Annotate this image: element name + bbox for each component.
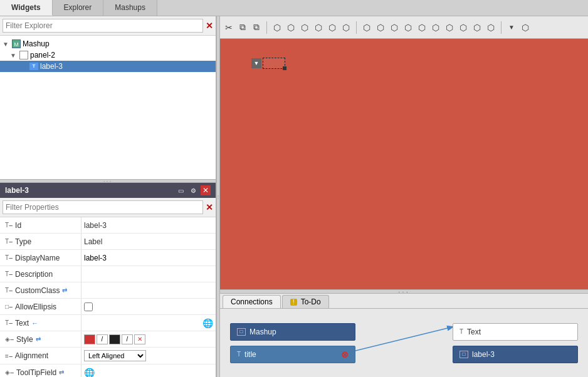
align-right-icon[interactable]: ⬡ bbox=[298, 21, 311, 34]
tooltipfield-link-icon[interactable]: ⇄ bbox=[59, 369, 64, 376]
prop-text-id: label-3 bbox=[84, 221, 107, 230]
prop-input-customclass[interactable] bbox=[84, 286, 213, 295]
conn-mashup-label: Mashup bbox=[249, 328, 276, 336]
properties-close-btn[interactable]: ✕ bbox=[201, 185, 211, 195]
conn-arrow-area bbox=[355, 318, 453, 368]
conn-node-title[interactable]: T title ⊗ bbox=[230, 346, 355, 363]
prop-name-tooltipfield: ◈‒ ToolTipField ⇄ bbox=[0, 364, 81, 377]
align-bottom-icon[interactable]: ⬡ bbox=[340, 21, 352, 34]
mashup-icon: M bbox=[12, 39, 21, 48]
paste-icon[interactable]: ⧉ bbox=[250, 21, 263, 34]
layout-icon-5[interactable]: ⬡ bbox=[416, 21, 428, 34]
connection-arrow-svg bbox=[355, 318, 453, 368]
style-btn-x[interactable]: ✕ bbox=[134, 334, 145, 344]
resize-handle-se[interactable] bbox=[283, 66, 286, 70]
tab-mashups[interactable]: Mashups bbox=[103, 0, 157, 16]
tree-toggle-panel[interactable]: ▼ bbox=[10, 52, 18, 59]
right-conn-box: T Text □ label-3 bbox=[453, 323, 578, 363]
prop-value-displayname[interactable] bbox=[81, 250, 216, 266]
conn-title-delete[interactable]: ⊗ bbox=[341, 349, 349, 359]
align-middle-icon[interactable]: ⬡ bbox=[326, 21, 339, 34]
tree-item-label3[interactable]: T label-3 bbox=[0, 61, 216, 72]
customclass-link-icon[interactable]: ⇄ bbox=[62, 287, 67, 294]
prop-value-description[interactable] bbox=[81, 266, 216, 282]
tab-todo[interactable]: ! To-Do bbox=[282, 295, 329, 308]
properties-panel: label-3 ▭ ⚙ ✕ ✕ T‒ Id bbox=[0, 183, 216, 377]
prop-value-style[interactable]: / / ✕ bbox=[81, 331, 216, 347]
prop-text-type: Label bbox=[84, 237, 102, 246]
properties-filter-clear[interactable]: ✕ bbox=[206, 202, 213, 212]
properties-filter-bar: ✕ bbox=[0, 198, 216, 217]
style-btn-slash2[interactable]: / bbox=[122, 334, 133, 344]
explorer-filter-clear[interactable]: ✕ bbox=[206, 21, 213, 31]
tab-explorer[interactable]: Explorer bbox=[53, 0, 104, 16]
layout-icon-6[interactable]: ⬡ bbox=[429, 21, 442, 34]
align-center-icon[interactable]: ⬡ bbox=[285, 21, 297, 34]
view-icon-2[interactable]: ⬡ bbox=[519, 21, 532, 34]
layout-icon-3[interactable]: ⬡ bbox=[388, 21, 401, 34]
properties-filter-input[interactable] bbox=[3, 200, 203, 214]
layout-icon-1[interactable]: ⬡ bbox=[360, 21, 373, 34]
prop-value-customclass[interactable] bbox=[81, 282, 216, 298]
prop-row-text: T‒ Text ← 🌐 bbox=[0, 315, 216, 331]
conn-node-label3[interactable]: □ label-3 bbox=[453, 346, 578, 363]
tab-widgets[interactable]: Widgets bbox=[0, 0, 53, 16]
prop-checkbox-allowellipsis[interactable] bbox=[84, 302, 93, 311]
layout-icon-10[interactable]: ⬡ bbox=[485, 21, 497, 34]
prop-name-style: ◈‒ Style ⇄ bbox=[0, 331, 81, 347]
prop-value-alignment[interactable]: Left Aligned Center Aligned Right Aligne… bbox=[81, 348, 216, 364]
right-area: ✂ ⧉ ⧉ ⬡ ⬡ ⬡ ⬡ ⬡ ⬡ ⬡ ⬡ ⬡ ⬡ ⬡ ⬡ ⬡ bbox=[220, 16, 588, 377]
align-top-icon[interactable]: ⬡ bbox=[312, 21, 325, 34]
todo-badge: ! bbox=[290, 299, 297, 306]
prop-value-text[interactable]: 🌐 bbox=[81, 315, 216, 331]
prop-icon-tooltipfield: ◈‒ bbox=[5, 369, 14, 376]
properties-settings-btn[interactable]: ⚙ bbox=[188, 185, 198, 195]
prop-value-type[interactable]: Label bbox=[81, 234, 216, 249]
tree-item-mashup[interactable]: ▼ M Mashup bbox=[0, 38, 216, 49]
title-node-icon: T bbox=[237, 351, 241, 358]
widget-box[interactable] bbox=[263, 58, 285, 69]
tab-connections[interactable]: Connections bbox=[223, 295, 281, 308]
canvas[interactable]: ▼ bbox=[220, 39, 588, 289]
toolbar-sep-3 bbox=[501, 21, 501, 34]
prop-value-allowellipsis[interactable] bbox=[81, 299, 216, 314]
prop-label-description: Description bbox=[15, 270, 53, 279]
prop-value-id[interactable]: label-3 bbox=[81, 217, 216, 233]
layout-icon-8[interactable]: ⬡ bbox=[457, 21, 470, 34]
label3-widget[interactable]: ▼ bbox=[251, 58, 285, 69]
prop-value-tooltipfield[interactable]: 🌐 bbox=[81, 364, 216, 377]
cut-icon[interactable]: ✂ bbox=[223, 21, 235, 34]
conn-node-mashup[interactable]: □ Mashup bbox=[230, 323, 355, 341]
style-btn-slash1[interactable]: / bbox=[97, 334, 108, 344]
tooltipfield-globe-icon[interactable]: 🌐 bbox=[84, 368, 95, 378]
prop-input-displayname[interactable] bbox=[84, 254, 213, 262]
widget-dropdown-btn[interactable]: ▼ bbox=[251, 58, 261, 68]
prop-input-text[interactable] bbox=[84, 319, 200, 328]
prop-input-description[interactable] bbox=[84, 270, 213, 279]
prop-icon-id: T‒ bbox=[5, 222, 13, 229]
properties-table: T‒ Id label-3 T‒ Type Label bbox=[0, 217, 216, 377]
bottom-section: ··· Connections ! To-Do □ Mashup T bbox=[220, 289, 588, 377]
explorer-filter-input[interactable] bbox=[3, 19, 203, 33]
globe-icon[interactable]: 🌐 bbox=[202, 318, 213, 328]
conn-node-text[interactable]: T Text bbox=[453, 323, 578, 341]
style-link-icon[interactable]: ⇄ bbox=[36, 336, 41, 343]
align-left-icon[interactable]: ⬡ bbox=[271, 21, 283, 34]
view-icon-1[interactable]: ▼ bbox=[505, 21, 518, 34]
layout-icon-9[interactable]: ⬡ bbox=[471, 21, 483, 34]
tree-toggle-mashup[interactable]: ▼ bbox=[3, 41, 10, 48]
tree-item-panel[interactable]: ▼ panel-2 bbox=[0, 49, 216, 61]
style-btn-red[interactable] bbox=[84, 334, 95, 344]
panel-icon bbox=[19, 51, 28, 59]
prop-select-alignment[interactable]: Left Aligned Center Aligned Right Aligne… bbox=[84, 350, 146, 361]
properties-minimize-btn[interactable]: ▭ bbox=[176, 185, 186, 195]
prop-name-id: T‒ Id bbox=[0, 217, 81, 233]
layout-icon-4[interactable]: ⬡ bbox=[402, 21, 414, 34]
style-btn-black[interactable] bbox=[109, 334, 120, 344]
prop-label-alignment: Alignment bbox=[15, 351, 48, 360]
connections-area: □ Mashup T title ⊗ bbox=[220, 309, 588, 377]
prop-label-type: Type bbox=[15, 237, 31, 246]
layout-icon-2[interactable]: ⬡ bbox=[374, 21, 387, 34]
copy-icon[interactable]: ⧉ bbox=[236, 21, 249, 34]
layout-icon-7[interactable]: ⬡ bbox=[443, 21, 456, 34]
